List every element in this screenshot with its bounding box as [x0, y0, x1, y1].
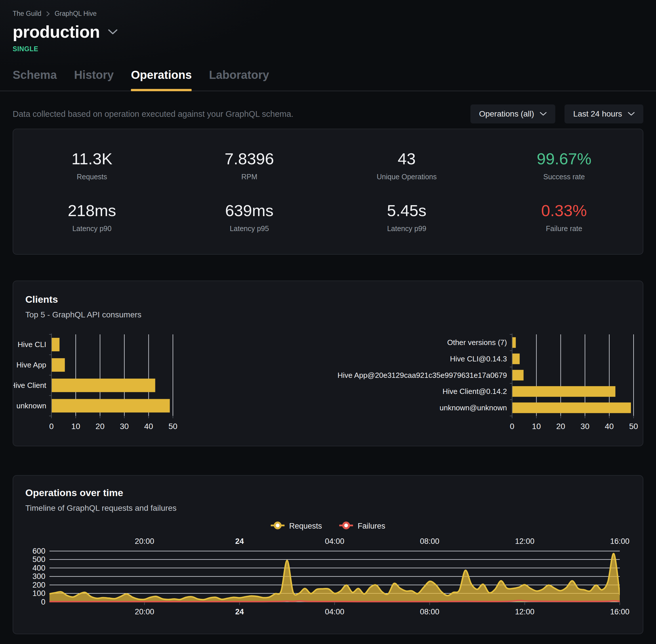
stat-value: 11.3K	[13, 150, 171, 168]
target-selector[interactable]: production	[13, 22, 118, 42]
stat-value: 5.45s	[328, 201, 485, 220]
stat-value: 99.67%	[485, 150, 643, 168]
page-header: The GuildGraphQL Hive production SINGLE	[0, 0, 656, 53]
x-tick-label: 50	[629, 422, 638, 431]
x-tick-label: 24	[235, 537, 244, 546]
tab-laboratory[interactable]: Laboratory	[209, 68, 269, 91]
breadcrumb-item[interactable]: The Guild	[13, 10, 42, 18]
category-label: Other versions (7)	[447, 338, 507, 346]
y-tick-label: 500	[32, 555, 45, 564]
bar	[512, 337, 516, 348]
active-tab-indicator	[131, 89, 192, 91]
x-tick-label: 20	[95, 422, 104, 431]
stat-label: Latency p90	[13, 225, 171, 233]
x-tick-label: 40	[605, 422, 614, 431]
operations-subtitle: Timeline of GraphQL requests and failure…	[13, 504, 643, 513]
x-tick-label: 16:00	[610, 608, 629, 616]
category-label: Hive Client	[13, 381, 47, 389]
legend-item-requests[interactable]: Requests	[271, 521, 322, 531]
filter-label: Last 24 hours	[573, 109, 622, 119]
time-range-dropdown[interactable]: Last 24 hours	[564, 105, 643, 123]
bar	[512, 386, 615, 397]
stat-value: 218ms	[13, 201, 171, 220]
x-tick-label: 08:00	[420, 608, 439, 616]
page-title: production	[13, 22, 100, 42]
stat-label: RPM	[171, 172, 328, 181]
y-tick-label: 200	[32, 581, 45, 589]
x-tick-label: 10	[71, 422, 80, 431]
breadcrumb-item[interactable]: GraphQL Hive	[55, 10, 97, 18]
stat-label: Requests	[13, 172, 171, 181]
category-label: Hive App@20e3129caa921c35e9979631e17a067…	[337, 371, 507, 379]
chevron-down-icon	[628, 112, 635, 116]
bar	[512, 370, 524, 381]
stat-latency-p90: 218msLatency p90	[13, 201, 171, 233]
chevron-down-icon	[540, 112, 547, 116]
tab-schema[interactable]: Schema	[13, 68, 57, 91]
x-tick-label: 04:00	[325, 537, 344, 546]
client-name-bar-chart: 01020304050Hive CLIHive AppHive Clientun…	[13, 333, 328, 434]
stat-success-rate: 99.67%Success rate	[485, 150, 643, 181]
y-tick-label: 100	[32, 589, 45, 598]
timeline-legend: RequestsFailures	[13, 521, 643, 531]
x-tick-label: 30	[120, 422, 129, 431]
clients-title: Clients	[13, 294, 643, 305]
tab-operations[interactable]: Operations	[131, 68, 192, 91]
category-label: Hive CLI	[18, 340, 46, 348]
bar	[52, 338, 60, 351]
chevron-down-icon	[108, 29, 118, 35]
collection-note: Data collected based on operation execut…	[13, 109, 294, 119]
stat-label: Success rate	[485, 172, 643, 181]
stat-value: 639ms	[171, 201, 328, 220]
bar	[52, 399, 170, 413]
legend-label: Failures	[358, 522, 385, 531]
x-tick-label: 16:00	[610, 537, 629, 546]
y-tick-label: 300	[32, 572, 45, 581]
y-tick-label: 0	[41, 598, 45, 606]
x-tick-label: 12:00	[515, 537, 534, 546]
operations-timeline-chart: 010020030040050060020:0020:00242404:0004…	[13, 535, 643, 622]
clients-card: Clients Top 5 - GraphQL API consumers 01…	[13, 280, 643, 446]
stat-latency-p99: 5.45sLatency p99	[328, 201, 485, 233]
operations-filter-dropdown[interactable]: Operations (all)	[470, 105, 555, 123]
bar	[52, 379, 155, 392]
bar	[52, 358, 65, 372]
stat-unique-operations: 43Unique Operations	[328, 150, 485, 181]
stat-latency-p95: 639msLatency p95	[171, 201, 328, 233]
category-label: unknown	[16, 402, 46, 410]
category-label: unknown@unknown	[440, 404, 507, 412]
operations-title: Operations over time	[13, 487, 643, 499]
y-tick-label: 600	[32, 547, 45, 555]
y-tick-label: 400	[32, 564, 45, 572]
x-tick-label: 20:00	[135, 608, 154, 616]
client-charts-row: 01020304050Hive CLIHive AppHive Clientun…	[13, 333, 643, 434]
legend-marker-icon	[339, 521, 353, 531]
stat-value: 0.33%	[485, 201, 643, 220]
legend-marker-icon	[271, 521, 285, 531]
client-version-bar-chart: 01020304050Other versions (7)Hive CLI@0.…	[328, 333, 643, 434]
x-tick-label: 20	[556, 422, 565, 431]
stat-label: Unique Operations	[328, 172, 485, 181]
x-tick-label: 0	[49, 422, 54, 431]
bar	[512, 402, 631, 413]
chevron-right-icon	[46, 11, 50, 17]
tab-history[interactable]: History	[74, 68, 114, 91]
stat-label: Latency p95	[171, 225, 328, 233]
x-tick-label: 10	[532, 422, 541, 431]
x-tick-label: 04:00	[325, 608, 344, 616]
x-tick-label: 24	[235, 608, 244, 616]
x-tick-label: 12:00	[515, 608, 534, 616]
category-label: Hive App	[16, 361, 46, 369]
filters: Operations (all)Last 24 hours	[470, 105, 643, 123]
x-tick-label: 0	[510, 422, 514, 431]
clients-subtitle: Top 5 - GraphQL API consumers	[13, 310, 643, 319]
operations-over-time-card: Operations over time Timeline of GraphQL…	[13, 475, 643, 634]
page: The GuildGraphQL Hive production SINGLE …	[0, 0, 656, 644]
x-tick-label: 20:00	[135, 537, 154, 546]
series-area-requests	[49, 554, 620, 602]
x-tick-label: 50	[168, 422, 177, 431]
stat-value: 43	[328, 150, 485, 168]
legend-item-failures[interactable]: Failures	[339, 521, 385, 531]
category-label: Hive CLI@0.14.3	[450, 355, 507, 363]
x-tick-label: 08:00	[420, 537, 439, 546]
